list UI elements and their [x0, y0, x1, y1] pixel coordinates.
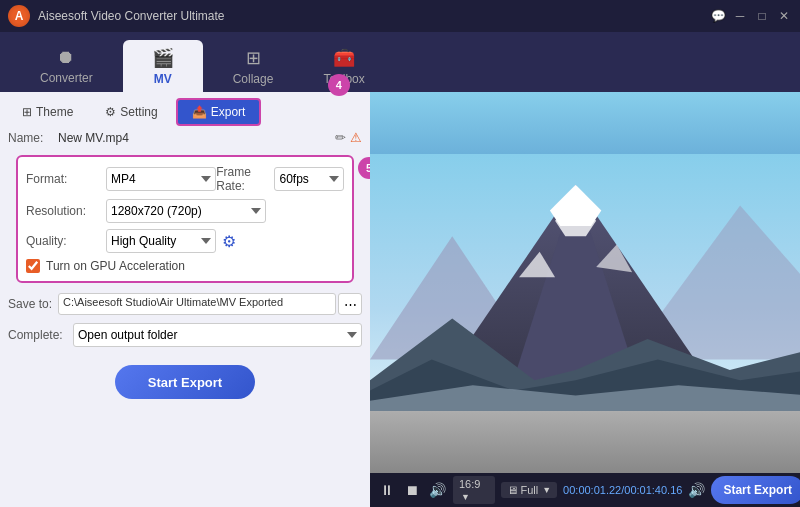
right-panel: ⏸ ⏹ 🔊 16:9 ▼ 🖥 Full ▼ 00:00:01.22/00:01:…	[370, 92, 800, 507]
mv-icon: 🎬	[152, 47, 174, 69]
export-icon: 📤	[192, 105, 207, 119]
nav-label-converter: Converter	[40, 71, 93, 85]
left-panel: ⊞ Theme ⚙ Setting 📤 Export 4 Name: New M…	[0, 92, 370, 507]
export-tab[interactable]: 📤 Export 4	[176, 98, 262, 126]
nav-item-collage[interactable]: ⊞ Collage	[213, 40, 294, 92]
name-icons: ✏ ⚠	[335, 130, 362, 145]
name-row: Name: New MV.mp4 ✏ ⚠	[0, 126, 370, 149]
screen-mode-selector[interactable]: 🖥 Full ▼	[501, 482, 557, 498]
gpu-label: Turn on GPU Acceleration	[46, 259, 185, 273]
resolution-row: Resolution: 1280x720 (720p) 1920x1080 (1…	[26, 199, 344, 223]
nav-item-converter[interactable]: ⏺ Converter	[20, 40, 113, 92]
minimize-btn[interactable]: ─	[732, 8, 748, 24]
aspect-ratio-selector[interactable]: 16:9 ▼	[453, 476, 496, 504]
theme-icon: ⊞	[22, 105, 32, 119]
setting-label: Setting	[120, 105, 157, 119]
start-export-left-btn[interactable]: Start Export	[115, 365, 255, 399]
edit-name-btn[interactable]: ✏	[335, 130, 346, 145]
close-btn[interactable]: ✕	[776, 8, 792, 24]
start-export-right-btn[interactable]: Start Export	[711, 476, 800, 504]
theme-label: Theme	[36, 105, 73, 119]
quality-label: Quality:	[26, 234, 106, 248]
framerate-select[interactable]: 60fps 30fps 24fps	[274, 167, 344, 191]
time-total: 00:01:40.16	[624, 484, 682, 496]
quality-row: Quality: High Quality Medium Quality Low…	[26, 229, 344, 253]
resolution-label: Resolution:	[26, 204, 106, 218]
gpu-row: Turn on GPU Acceleration	[26, 259, 344, 273]
audio-btn[interactable]: 🔊	[428, 479, 447, 501]
gpu-checkbox[interactable]	[26, 259, 40, 273]
collage-icon: ⊞	[246, 47, 261, 69]
title-bar: A Aiseesoft Video Converter Ultimate 💬 ─…	[0, 0, 800, 32]
save-row: Save to: C:\Aiseesoft Studio\Air Ultimat…	[0, 289, 370, 319]
save-browse-btn[interactable]: ⋯	[338, 293, 362, 315]
setting-icon: ⚙	[105, 105, 116, 119]
save-label: Save to:	[8, 297, 58, 311]
step-4-badge: 4	[328, 74, 350, 96]
window-controls: 💬 ─ □ ✕	[710, 8, 792, 24]
quality-select[interactable]: High Quality Medium Quality Low Quality	[106, 229, 216, 253]
message-btn[interactable]: 💬	[710, 8, 726, 24]
ratio-arrow: ▼	[461, 492, 470, 502]
name-value: New MV.mp4	[58, 131, 335, 145]
nav-item-mv[interactable]: 🎬 MV	[123, 40, 203, 92]
complete-row: Complete: Open output folder Do nothing …	[0, 319, 370, 351]
nav-bar: ⏺ Converter 🎬 MV ⊞ Collage 🧰 Toolbox	[0, 32, 800, 92]
player-time: 00:00:01.22/00:01:40.16	[563, 484, 682, 496]
export-label: Export	[211, 105, 246, 119]
screen-icon: 🖥	[507, 484, 518, 496]
main-content: ⊞ Theme ⚙ Setting 📤 Export 4 Name: New M…	[0, 92, 800, 507]
mountain-svg	[370, 92, 800, 473]
format-row: Format: MP4 MKV AVI Frame Rate: 60fps 30…	[26, 165, 344, 193]
export-section: 5 Format: MP4 MKV AVI Frame Rate: 60fps …	[16, 155, 354, 283]
format-label: Format:	[26, 172, 106, 186]
video-preview	[370, 92, 800, 473]
complete-label: Complete:	[8, 328, 73, 342]
converter-icon: ⏺	[57, 47, 75, 68]
sub-nav: ⊞ Theme ⚙ Setting 📤 Export 4	[0, 92, 370, 126]
complete-select[interactable]: Open output folder Do nothing Shutdown	[73, 323, 362, 347]
warning-icon[interactable]: ⚠	[350, 130, 362, 145]
toolbox-icon: 🧰	[333, 47, 355, 69]
app-logo: A	[8, 5, 30, 27]
screen-value: Full	[520, 484, 538, 496]
framerate-label: Frame Rate:	[216, 165, 270, 193]
maximize-btn[interactable]: □	[754, 8, 770, 24]
nav-label-collage: Collage	[233, 72, 274, 86]
time-current: 00:00:01.22	[563, 484, 621, 496]
ratio-value: 16:9	[459, 478, 480, 490]
format-select[interactable]: MP4 MKV AVI	[106, 167, 216, 191]
stop-btn[interactable]: ⏹	[403, 479, 422, 501]
name-label: Name:	[8, 131, 58, 145]
save-path: C:\Aiseesoft Studio\Air Ultimate\MV Expo…	[58, 293, 336, 315]
pause-btn[interactable]: ⏸	[378, 479, 397, 501]
quality-settings-btn[interactable]: ⚙	[222, 232, 236, 251]
player-controls: ⏸ ⏹ 🔊 16:9 ▼ 🖥 Full ▼ 00:00:01.22/00:01:…	[370, 473, 800, 507]
resolution-select[interactable]: 1280x720 (720p) 1920x1080 (1080p) 3840x2…	[106, 199, 266, 223]
nav-label-mv: MV	[154, 72, 172, 86]
setting-tab[interactable]: ⚙ Setting	[91, 100, 171, 124]
volume-icon[interactable]: 🔊	[688, 482, 705, 498]
screen-arrow: ▼	[542, 485, 551, 495]
app-title: Aiseesoft Video Converter Ultimate	[38, 9, 710, 23]
theme-tab[interactable]: ⊞ Theme	[8, 100, 87, 124]
